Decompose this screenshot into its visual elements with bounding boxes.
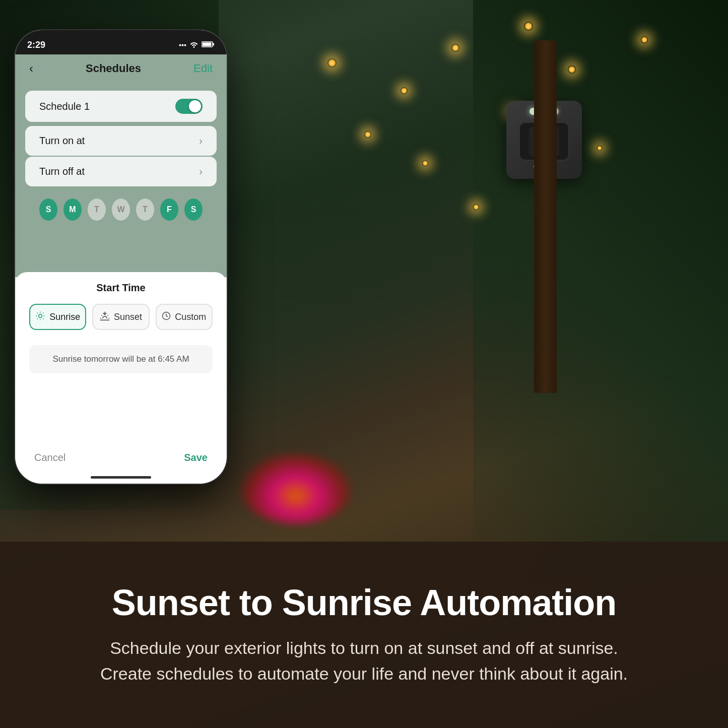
home-indicator bbox=[91, 476, 151, 479]
phone-screen: 2:29 ▪▪▪ bbox=[15, 30, 227, 484]
screen-top-section: 2:29 ▪▪▪ bbox=[15, 30, 227, 277]
nav-bar: ‹ Schedules Edit bbox=[15, 56, 227, 81]
svg-line-13 bbox=[101, 315, 102, 315]
phone-mockup: 2:29 ▪▪▪ bbox=[15, 30, 227, 484]
chevron-icon: › bbox=[199, 135, 203, 147]
battery-icon bbox=[202, 41, 215, 49]
caption-title: Sunset to Sunrise Automation bbox=[112, 583, 616, 623]
string-light bbox=[451, 44, 459, 52]
edit-button[interactable]: Edit bbox=[193, 62, 213, 75]
toggle-knob bbox=[189, 100, 201, 112]
svg-line-7 bbox=[43, 318, 43, 319]
svg-line-11 bbox=[43, 312, 43, 313]
schedule-toggle[interactable] bbox=[175, 99, 203, 114]
string-light bbox=[401, 87, 408, 94]
status-icons: ▪▪▪ bbox=[179, 41, 215, 49]
dynamic-island bbox=[91, 36, 151, 53]
signal-icon: ▪▪▪ bbox=[179, 41, 186, 49]
string-light bbox=[597, 146, 602, 151]
time-options-row: Sunrise bbox=[29, 304, 213, 330]
day-wednesday[interactable]: W bbox=[112, 198, 130, 221]
day-sunday[interactable]: S bbox=[39, 198, 57, 221]
string-light bbox=[327, 58, 337, 68]
string-light bbox=[641, 36, 648, 43]
chevron-icon: › bbox=[199, 166, 203, 177]
svg-line-6 bbox=[37, 312, 38, 313]
save-button[interactable]: Save bbox=[184, 452, 208, 464]
days-row: S M T W T F S bbox=[25, 190, 217, 229]
day-tuesday[interactable]: T bbox=[88, 198, 106, 221]
tree-right bbox=[473, 0, 728, 582]
sunrise-info-text: Sunrise tomorrow will be at 6:45 AM bbox=[29, 345, 213, 373]
cancel-button[interactable]: Cancel bbox=[34, 452, 65, 464]
action-row: Cancel Save bbox=[29, 452, 213, 464]
sunset-option[interactable]: Sunset bbox=[92, 304, 149, 330]
sunrise-icon bbox=[35, 311, 45, 323]
string-light bbox=[473, 204, 479, 210]
caption-line2: Create schedules to automate your life a… bbox=[100, 664, 628, 683]
day-thursday[interactable]: T bbox=[136, 198, 154, 221]
schedule-row[interactable]: Schedule 1 bbox=[25, 91, 217, 122]
day-friday[interactable]: F bbox=[160, 198, 178, 221]
fire-pit bbox=[240, 453, 351, 524]
sunset-label: Sunset bbox=[114, 312, 142, 322]
custom-label: Custom bbox=[175, 312, 206, 322]
clock-icon bbox=[162, 311, 171, 323]
string-light bbox=[422, 160, 428, 166]
post bbox=[534, 40, 557, 393]
nav-title: Schedules bbox=[86, 62, 141, 75]
custom-option[interactable]: Custom bbox=[156, 304, 213, 330]
string-light bbox=[364, 131, 371, 138]
day-monday[interactable]: M bbox=[63, 198, 82, 221]
turn-off-row[interactable]: Turn off at › bbox=[25, 157, 217, 186]
phone-frame: 2:29 ▪▪▪ bbox=[15, 30, 227, 484]
day-saturday[interactable]: S bbox=[184, 198, 203, 221]
sunset-icon bbox=[100, 311, 110, 323]
status-time: 2:29 bbox=[27, 40, 45, 50]
turn-on-row[interactable]: Turn on at › bbox=[25, 126, 217, 156]
caption-line1: Schedule your exterior lights to turn on… bbox=[110, 638, 618, 657]
bottom-sheet: Start Time bbox=[15, 272, 227, 484]
turn-off-label: Turn off at bbox=[39, 166, 85, 177]
sheet-title: Start Time bbox=[29, 282, 213, 294]
svg-line-10 bbox=[37, 318, 38, 319]
caption-bar: Sunset to Sunrise Automation Schedule yo… bbox=[0, 542, 728, 728]
schedule-label: Schedule 1 bbox=[39, 101, 90, 112]
turn-on-label: Turn on at bbox=[39, 135, 85, 147]
sunrise-label: Sunrise bbox=[49, 312, 80, 322]
svg-rect-1 bbox=[213, 43, 214, 45]
wifi-icon bbox=[189, 41, 198, 49]
svg-rect-2 bbox=[203, 42, 212, 46]
svg-point-3 bbox=[39, 314, 42, 317]
caption-subtitle: Schedule your exterior lights to turn on… bbox=[100, 635, 628, 687]
svg-line-16 bbox=[107, 315, 108, 315]
back-button[interactable]: ‹ bbox=[29, 61, 33, 76]
sunrise-option[interactable]: Sunrise bbox=[29, 304, 86, 330]
